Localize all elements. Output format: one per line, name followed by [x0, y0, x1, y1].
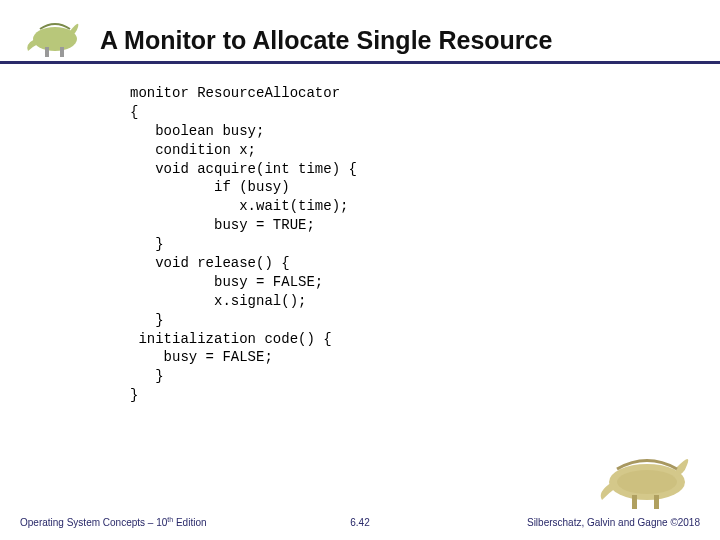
- dinosaur-right-icon: [592, 437, 702, 512]
- footer-book-suffix: Edition: [173, 517, 206, 528]
- dinosaur-left-icon: [20, 9, 90, 59]
- footer-copyright: Silberschatz, Galvin and Gagne ©2018: [527, 517, 700, 528]
- slide-number: 6.42: [350, 517, 369, 528]
- slide-title: A Monitor to Allocate Single Resource: [100, 25, 552, 61]
- footer-left-text: Operating System Concepts – 10th Edition: [20, 516, 207, 528]
- svg-point-6: [617, 470, 677, 494]
- code-block: monitor ResourceAllocator { boolean busy…: [130, 84, 720, 405]
- svg-rect-1: [45, 47, 49, 57]
- slide-content: monitor ResourceAllocator { boolean busy…: [0, 64, 720, 405]
- slide-footer: Operating System Concepts – 10th Edition…: [0, 516, 720, 528]
- svg-rect-4: [632, 495, 637, 509]
- footer-book-prefix: Operating System Concepts – 10: [20, 517, 167, 528]
- slide-header: A Monitor to Allocate Single Resource: [0, 0, 720, 64]
- svg-rect-2: [60, 47, 64, 57]
- svg-rect-5: [654, 495, 659, 509]
